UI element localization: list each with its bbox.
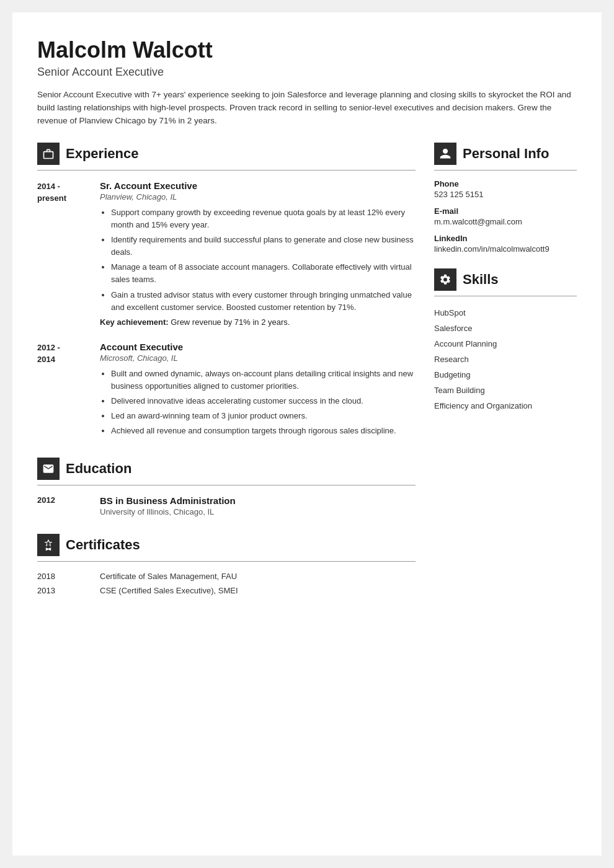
email-label: E-mail	[434, 206, 577, 216]
skills-icon	[434, 268, 456, 291]
exp-bullets-2: Built and owned dynamic, always on-accou…	[100, 368, 416, 438]
certificates-icon	[37, 534, 60, 556]
experience-icon	[37, 143, 60, 165]
experience-divider	[37, 170, 416, 170]
exp-job-title-2: Account Executive	[100, 342, 416, 352]
education-section: Education 2012 BS in Business Administra…	[37, 458, 416, 516]
education-divider	[37, 485, 416, 485]
phone-label: Phone	[434, 179, 577, 188]
exp-bullet-2-3: Led an award-winning team of 3 junior pr…	[111, 410, 416, 422]
main-layout: Experience 2014 -present Sr. Account Exe…	[37, 143, 577, 613]
exp-bullet-2-4: Achieved all revenue and consumption tar…	[111, 425, 416, 437]
edu-year-1: 2012	[37, 495, 90, 516]
exp-content-1: Sr. Account Executive Planview, Chicago,…	[100, 180, 416, 327]
certificates-section-header: Certificates	[37, 534, 416, 556]
exp-job-title-1: Sr. Account Executive	[100, 180, 416, 191]
exp-company-2: Microsoft, Chicago, IL	[100, 353, 416, 363]
resume-document: Malcolm Walcott Senior Account Executive…	[12, 12, 602, 856]
cert-item-1: 2018 Certificate of Sales Management, FA…	[37, 572, 416, 581]
exp-bullet-1-3: Manage a team of 8 associate account man…	[111, 261, 416, 286]
candidate-summary: Senior Account Executive with 7+ years' …	[37, 89, 577, 128]
skill-3: Account Planning	[434, 336, 577, 352]
certificates-title: Certificates	[66, 537, 140, 553]
education-icon	[37, 458, 60, 480]
linkedin-value: linkedin.com/in/malcolmwalcott9	[434, 244, 577, 254]
exp-bullets-1: Support company growth by exceeding reve…	[100, 206, 416, 314]
certificates-divider	[37, 561, 416, 562]
exp-dates-2: 2012 -2014	[37, 342, 90, 440]
exp-content-2: Account Executive Microsoft, Chicago, IL…	[100, 342, 416, 440]
cert-item-2: 2013 CSE (Certified Sales Executive), SM…	[37, 586, 416, 595]
cert-name-1: Certificate of Sales Management, FAU	[100, 572, 416, 581]
phone-value: 523 125 5151	[434, 190, 577, 199]
exp-company-1: Planview, Chicago, IL	[100, 192, 416, 202]
cert-year-1: 2018	[37, 572, 90, 581]
cert-name-2: CSE (Certified Sales Executive), SMEI	[100, 586, 416, 595]
education-section-header: Education	[37, 458, 416, 480]
exp-bullet-2-2: Delivered innovative ideas accelerating …	[111, 395, 416, 407]
skill-5: Budgeting	[434, 367, 577, 383]
exp-bullet-1-1: Support company growth by exceeding reve…	[111, 206, 416, 231]
personal-section-header: Personal Info	[434, 143, 577, 165]
skill-2: Salesforce	[434, 321, 577, 336]
personal-icon	[434, 143, 456, 165]
personal-section-title: Personal Info	[463, 146, 549, 162]
certificates-section: Certificates 2018 Certificate of Sales M…	[37, 534, 416, 595]
education-title: Education	[66, 461, 131, 477]
exp-achievement-1: Key achievement: Grew revenue by 71% in …	[100, 317, 416, 327]
candidate-title: Senior Account Executive	[37, 66, 577, 79]
edu-school-1: University of Illinois, Chicago, IL	[100, 507, 416, 516]
skill-7: Efficiency and Organization	[434, 398, 577, 414]
edu-degree-1: BS in Business Administration	[100, 495, 416, 506]
right-column: Personal Info Phone 523 125 5151 E-mail …	[434, 143, 577, 613]
skill-1: HubSpot	[434, 305, 577, 321]
education-item-1: 2012 BS in Business Administration Unive…	[37, 495, 416, 516]
personal-info-section: Personal Info Phone 523 125 5151 E-mail …	[434, 143, 577, 254]
skills-section-header: Skills	[434, 268, 577, 291]
experience-section: Experience 2014 -present Sr. Account Exe…	[37, 143, 416, 440]
exp-dates-1: 2014 -present	[37, 180, 90, 327]
edu-content-1: BS in Business Administration University…	[100, 495, 416, 516]
experience-section-header: Experience	[37, 143, 416, 165]
experience-item-2: 2012 -2014 Account Executive Microsoft, …	[37, 342, 416, 440]
skills-section-title: Skills	[463, 272, 498, 288]
exp-bullet-1-2: Identify requirements and build successf…	[111, 234, 416, 259]
candidate-name: Malcolm Walcott	[37, 37, 577, 63]
linkedin-label: LinkedIn	[434, 234, 577, 243]
left-column: Experience 2014 -present Sr. Account Exe…	[37, 143, 416, 613]
personal-divider	[434, 170, 577, 170]
exp-achievement-text-1: Grew revenue by 71% in 2 years.	[171, 317, 290, 327]
skills-divider	[434, 296, 577, 296]
exp-bullet-2-1: Built and owned dynamic, always on-accou…	[111, 368, 416, 392]
cert-year-2: 2013	[37, 586, 90, 595]
skills-section: Skills HubSpot Salesforce Account Planni…	[434, 268, 577, 414]
experience-item-1: 2014 -present Sr. Account Executive Plan…	[37, 180, 416, 327]
experience-title: Experience	[66, 146, 138, 162]
exp-bullet-1-4: Gain a trusted advisor status with every…	[111, 289, 416, 314]
email-value: m.m.walcott@gmail.com	[434, 217, 577, 226]
skill-4: Research	[434, 352, 577, 367]
skill-6: Team Building	[434, 383, 577, 398]
